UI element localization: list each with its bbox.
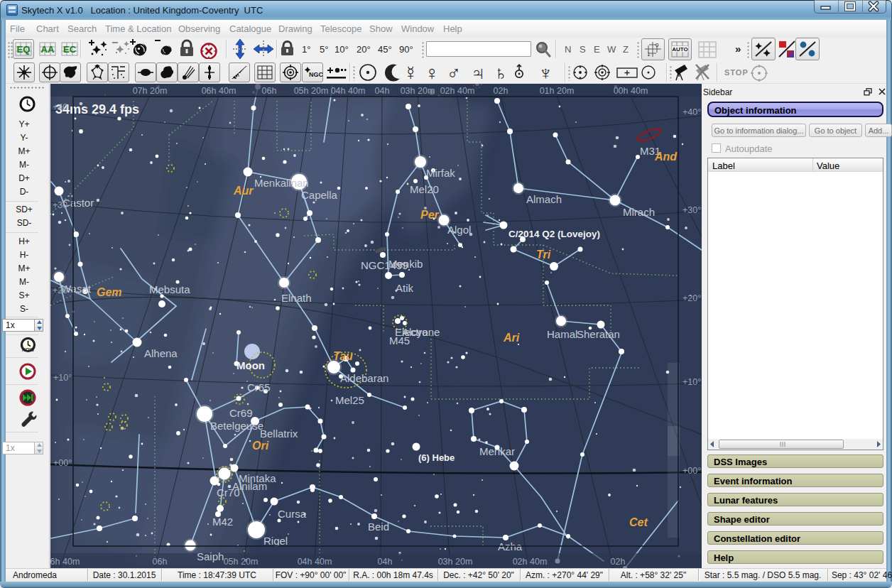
svg-text:(6) Hebe: (6) Hebe [418, 452, 455, 463]
svg-text:Menkalinan: Menkalinan [254, 177, 309, 189]
svg-text:04h: 04h [375, 86, 390, 96]
svg-text:05h 20m: 05h 20m [294, 86, 329, 96]
svg-text:C/2014 Q2 (Lovejoy): C/2014 Q2 (Lovejoy) [508, 229, 600, 239]
svg-text:1: 1 [647, 51, 651, 58]
svg-text:05h 20m: 05h 20m [224, 557, 259, 567]
svg-text:07h 20m: 07h 20m [133, 86, 168, 96]
svg-text:AA: AA [41, 44, 55, 55]
svg-text:Mirfak: Mirfak [426, 167, 455, 179]
svg-text:Aur: Aur [233, 185, 254, 197]
svg-text:♀: ♀ [425, 62, 439, 83]
svg-text:Mebsuta: Mebsuta [149, 283, 190, 295]
svg-text:Almach: Almach [526, 193, 562, 205]
svg-text:Gem: Gem [97, 286, 122, 298]
svg-text:+10°: +10° [682, 377, 701, 387]
svg-text:+40°: +40° [682, 107, 701, 117]
svg-text:EQ: EQ [17, 44, 31, 55]
svg-text:Menkar: Menkar [479, 445, 515, 457]
svg-text:Tri: Tri [536, 249, 551, 261]
svg-text:02h: 02h [494, 86, 508, 96]
svg-text:00h 40m: 00h 40m [614, 86, 648, 96]
svg-text:M42: M42 [212, 516, 233, 528]
svg-text:04h 40m: 04h 40m [298, 557, 332, 567]
svg-text:Moon: Moon [236, 359, 265, 371]
svg-text:Elnath: Elnath [281, 292, 312, 304]
svg-text:Per: Per [420, 209, 440, 221]
svg-text:Sheratan: Sheratan [577, 328, 620, 340]
svg-text:06h 40m: 06h 40m [202, 86, 236, 96]
svg-text:Beid: Beid [368, 521, 389, 533]
svg-text:Alhena: Alhena [144, 347, 178, 359]
svg-text:♆: ♆ [538, 62, 553, 83]
svg-text:+20: +20 [53, 285, 67, 295]
svg-text:☿: ☿ [403, 62, 418, 83]
svg-text:06h: 06h [262, 86, 277, 96]
svg-text:01h 20m: 01h 20m [540, 86, 575, 96]
svg-text:02h 40m: 02h 40m [440, 86, 475, 96]
svg-text:Algol: Algol [447, 224, 471, 236]
svg-text:Saiph: Saiph [197, 550, 224, 562]
svg-text:+30: +30 [53, 200, 67, 210]
svg-text:Mel20: Mel20 [410, 183, 439, 195]
svg-text:Cr70: Cr70 [217, 486, 240, 499]
svg-text:02h 40m: 02h 40m [513, 557, 548, 567]
svg-text:Cet: Cet [629, 516, 648, 528]
svg-text:+00°: +00° [682, 466, 701, 476]
svg-text:+40: +40 [53, 102, 67, 112]
svg-text:03h 20m: 03h 20m [401, 86, 435, 96]
svg-text:Ari: Ari [503, 332, 520, 344]
svg-text:04h: 04h [378, 557, 393, 567]
svg-text:Cursa: Cursa [278, 508, 307, 520]
svg-text:34ms 29.4 fps: 34ms 29.4 fps [55, 102, 139, 116]
svg-text:+10°: +10° [53, 373, 72, 383]
svg-text:Alcyone: Alcyone [402, 326, 440, 338]
svg-text:Mirach: Mirach [623, 206, 655, 218]
svg-text:0: 0 [656, 42, 659, 48]
svg-text:Cr65: Cr65 [247, 381, 271, 393]
svg-text:Tau: Tau [333, 350, 353, 362]
svg-text:06h: 06h [153, 557, 168, 567]
svg-text:04h 40m: 04h 40m [331, 86, 366, 96]
svg-text:06h 40m: 06h 40m [50, 557, 80, 567]
svg-text:Menkib: Menkib [388, 258, 423, 270]
svg-text:Aldebaran: Aldebaran [340, 372, 388, 384]
svg-text:Capella: Capella [301, 189, 338, 201]
svg-text:♄: ♄ [494, 62, 508, 83]
svg-text:Betelgeuse: Betelgeuse [210, 420, 263, 432]
svg-text:AUTO: AUTO [672, 46, 688, 53]
svg-text:Ori: Ori [252, 440, 269, 452]
svg-text:03h 20m: 03h 20m [438, 557, 473, 567]
svg-text:♃: ♃ [471, 62, 485, 83]
svg-text:Rigel: Rigel [263, 535, 288, 547]
svg-text:NGC: NGC [309, 71, 323, 78]
svg-text:And: And [654, 151, 678, 163]
svg-text:+30°: +30° [682, 205, 701, 215]
svg-text:NOW: NOW [22, 347, 35, 352]
svg-text:Bellatrix: Bellatrix [260, 428, 298, 440]
svg-text:Cr69: Cr69 [229, 407, 253, 419]
svg-text:02h: 02h [611, 557, 626, 567]
svg-text:♂: ♂ [447, 62, 461, 83]
svg-text:Mel25: Mel25 [335, 394, 364, 406]
svg-text:Hamal: Hamal [547, 328, 577, 340]
svg-text:+00°: +00° [53, 458, 72, 468]
svg-text:Atik: Atik [396, 282, 414, 294]
svg-text:EC: EC [63, 44, 77, 55]
svg-text:+20°: +20° [682, 293, 701, 303]
